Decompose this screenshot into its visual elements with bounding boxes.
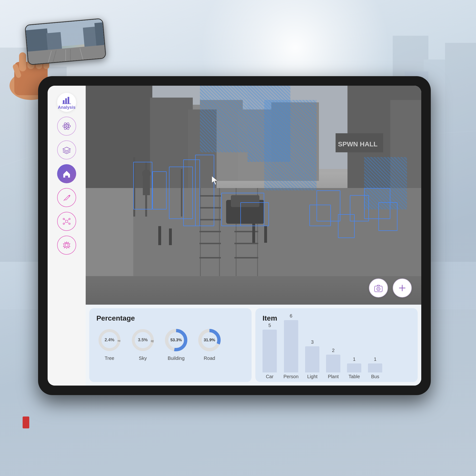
layers-icon — [62, 145, 71, 155]
svg-line-49 — [65, 222, 66, 223]
svg-text:2.4%: 2.4% — [104, 338, 114, 342]
bar-bus — [368, 363, 382, 373]
svg-rect-21 — [25, 19, 105, 49]
bottom-panels: Percentage 2.4% — [86, 305, 421, 386]
svg-line-31 — [69, 49, 72, 62]
svg-line-28 — [65, 50, 67, 63]
sidebar-item-edit[interactable] — [57, 188, 76, 207]
camera-icon — [374, 283, 383, 293]
bar-label-car: Car — [266, 374, 273, 379]
svg-point-96 — [377, 288, 379, 290]
bar-car — [262, 330, 277, 373]
svg-rect-24 — [83, 26, 105, 54]
donut-svg-sky: 3.5% — [130, 327, 156, 353]
detection-box-right-5 — [378, 202, 397, 231]
percentage-panel: Percentage 2.4% — [89, 308, 252, 382]
sidebar-item-home[interactable] — [57, 164, 76, 183]
camera-button[interactable] — [369, 278, 388, 298]
sidebar: Analysis — [48, 86, 86, 386]
donut-item-building: 53.3% Building — [163, 327, 189, 361]
bar-plant — [326, 355, 340, 373]
fire-hydrant — [23, 416, 29, 428]
donut-item-road: 31.9% Road — [196, 327, 222, 361]
detection-box-right-3 — [309, 205, 331, 226]
bar-label-person: Person — [284, 374, 298, 379]
bar-count-plant: 2 — [332, 348, 335, 353]
svg-line-50 — [68, 222, 69, 223]
phone-street-svg — [25, 19, 105, 65]
svg-text:SPWN HALL: SPWN HALL — [338, 140, 377, 148]
donut-item-tree: 2.4% Tree — [96, 327, 122, 361]
donut-chart-sky: 3.5% — [130, 327, 156, 353]
svg-point-45 — [63, 223, 65, 224]
analysis-label: Analysis — [58, 105, 75, 110]
svg-point-43 — [63, 218, 65, 220]
svg-rect-90 — [86, 188, 133, 276]
svg-line-47 — [65, 220, 66, 221]
bar-light — [305, 346, 319, 373]
image-detection-view: SPWN HALL — [86, 86, 421, 305]
svg-rect-70 — [200, 231, 221, 232]
detection-box-pole-1 — [152, 171, 167, 209]
network-icon — [62, 217, 71, 226]
svg-rect-78 — [235, 257, 258, 258]
detection-box-obj-3 — [195, 155, 214, 226]
svg-text:31.9%: 31.9% — [204, 338, 215, 342]
donut-label-tree: Tree — [105, 356, 114, 361]
detection-box-right-6 — [338, 214, 355, 238]
svg-marker-40 — [63, 147, 70, 151]
svg-rect-25 — [95, 22, 106, 54]
svg-rect-82 — [264, 226, 267, 243]
atom-icon — [62, 121, 71, 131]
street-scene: SPWN HALL — [86, 86, 421, 305]
svg-rect-33 — [65, 98, 67, 103]
edit-icon — [62, 193, 71, 202]
settings-icon — [62, 240, 71, 250]
svg-point-44 — [69, 218, 70, 220]
svg-rect-80 — [169, 228, 172, 245]
svg-line-48 — [68, 220, 69, 221]
bar-item-person: 6 Person — [284, 313, 298, 379]
bar-count-person: 6 — [290, 313, 292, 319]
detection-box-car-inner — [240, 202, 269, 226]
sidebar-item-atom[interactable] — [57, 117, 76, 136]
bar-table — [347, 363, 361, 373]
svg-rect-23 — [46, 32, 63, 57]
phone-screen — [25, 19, 105, 65]
svg-text:3.5%: 3.5% — [138, 338, 148, 342]
donut-label-sky: Sky — [139, 356, 147, 361]
svg-point-46 — [69, 223, 70, 224]
sidebar-item-analysis[interactable]: Analysis — [57, 93, 76, 112]
hatch-area-person-silhouette — [264, 100, 317, 190]
sidebar-item-settings[interactable] — [57, 236, 76, 255]
svg-rect-71 — [200, 243, 221, 244]
svg-rect-81 — [252, 224, 255, 243]
plus-button[interactable] — [393, 278, 412, 298]
svg-point-39 — [66, 125, 67, 127]
sidebar-item-network[interactable] — [57, 212, 76, 231]
bar-item-bus: 1 Bus — [368, 357, 382, 379]
svg-line-29 — [80, 48, 84, 61]
svg-rect-32 — [63, 100, 65, 103]
item-panel: Item 5 Car 6 — [255, 308, 418, 382]
donut-svg-tree: 2.4% — [96, 327, 122, 353]
donut-chart-building: 53.3% — [163, 327, 189, 353]
svg-line-30 — [51, 51, 57, 64]
donut-item-sky: 3.5% Sky — [130, 327, 156, 361]
svg-point-42 — [66, 220, 68, 222]
home-icon — [62, 169, 71, 178]
donut-label-road: Road — [204, 356, 215, 361]
svg-line-27 — [47, 51, 52, 64]
sidebar-item-layers[interactable] — [57, 140, 76, 159]
donut-svg-building: 53.3% — [163, 327, 189, 353]
donut-chart-road: 31.9% — [196, 327, 222, 353]
bar-label-table: Table — [348, 374, 360, 379]
bar-chart-row: 5 Car 6 Person — [262, 327, 410, 379]
svg-point-51 — [65, 244, 68, 247]
bar-item-car: 5 Car — [262, 323, 277, 379]
bar-count-light: 3 — [311, 340, 314, 345]
tablet-screen: Analysis — [48, 86, 421, 386]
donut-label-building: Building — [168, 356, 185, 361]
percentage-panel-title: Percentage — [96, 314, 244, 322]
bar-count-table: 1 — [353, 357, 356, 362]
